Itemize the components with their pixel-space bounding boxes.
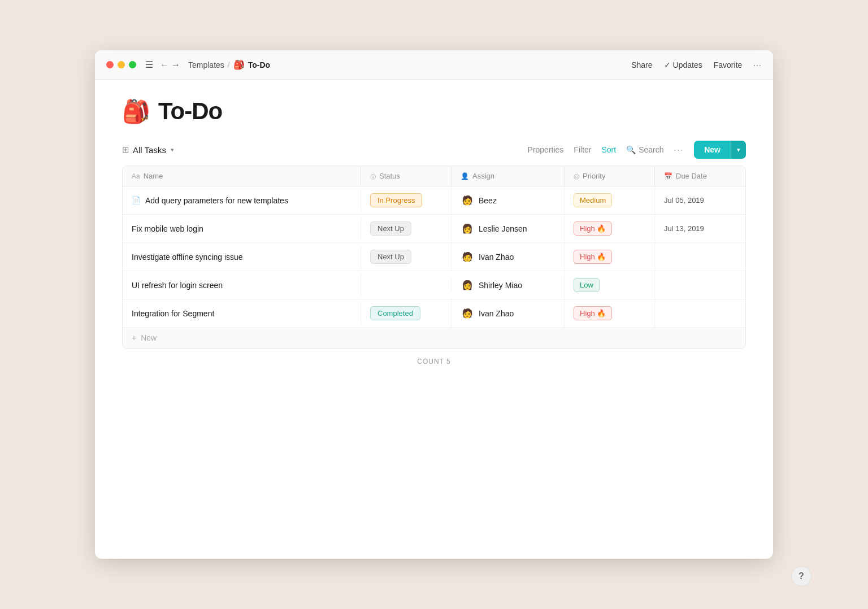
add-new-label: New bbox=[141, 333, 157, 342]
avatar: 🧑 bbox=[461, 307, 474, 320]
avatar: 🧑 bbox=[461, 194, 474, 207]
priority-col-label: Priority bbox=[583, 172, 605, 180]
search-button[interactable]: 🔍 Search bbox=[626, 145, 663, 154]
view-grid-icon: ⊞ bbox=[122, 145, 129, 155]
priority-badge[interactable]: High 🔥 bbox=[574, 221, 612, 236]
col-status: ◎ Status bbox=[361, 166, 452, 186]
chevron-down-icon: ▾ bbox=[171, 146, 174, 154]
menu-icon[interactable]: ☰ bbox=[145, 59, 153, 70]
task-status-cell: In Progress bbox=[361, 186, 452, 214]
table-header: Aa Name ◎ Status 👤 Assign ◎ Priority 📅 bbox=[123, 166, 745, 186]
task-duedate-cell: Jul 13, 2019 bbox=[655, 218, 745, 240]
help-button[interactable]: ? bbox=[791, 566, 811, 586]
assignee-name: Leslie Jensen bbox=[479, 224, 527, 233]
page-emoji: 🎒 bbox=[233, 59, 245, 70]
col-name: Aa Name bbox=[123, 166, 361, 186]
breadcrumb-parent[interactable]: Templates bbox=[188, 60, 224, 69]
assignee-name: Beez bbox=[479, 196, 497, 205]
task-assignee-cell: 🧑 Ivan Zhao bbox=[452, 243, 565, 271]
assignee-name: Ivan Zhao bbox=[479, 309, 514, 318]
task-doc-icon: 📄 bbox=[132, 196, 141, 205]
task-name: Investigate offline syncing issue bbox=[132, 253, 243, 262]
view-selector[interactable]: ⊞ All Tasks ▾ bbox=[122, 145, 174, 155]
task-status-cell bbox=[361, 279, 452, 292]
col-assign: 👤 Assign bbox=[452, 166, 565, 186]
task-name: Fix mobile web login bbox=[132, 224, 203, 233]
back-arrow[interactable]: ← bbox=[160, 60, 169, 70]
table-row[interactable]: UI refresh for login screen 👩 Shirley Mi… bbox=[123, 271, 745, 299]
filter-button[interactable]: Filter bbox=[574, 145, 591, 154]
nav-arrows: ← → bbox=[160, 60, 180, 70]
table-row[interactable]: Fix mobile web login Next Up 👩 Leslie Je… bbox=[123, 215, 745, 243]
col-due-date: 📅 Due Date bbox=[655, 166, 745, 186]
priority-badge[interactable]: High 🔥 bbox=[574, 250, 612, 264]
priority-badge[interactable]: Low bbox=[574, 278, 600, 292]
new-button-group: New ▾ bbox=[694, 141, 746, 159]
check-icon: ✓ bbox=[664, 60, 671, 69]
status-badge[interactable]: Next Up bbox=[370, 221, 411, 236]
task-assignee-cell: 👩 Leslie Jensen bbox=[452, 215, 565, 242]
task-name-cell: 📄 Add query parameters for new templates bbox=[123, 189, 361, 212]
toolbar: ⊞ All Tasks ▾ Properties Filter Sort 🔍 S… bbox=[122, 141, 746, 166]
name-col-label: Name bbox=[144, 172, 163, 180]
properties-button[interactable]: Properties bbox=[528, 145, 564, 154]
maximize-button[interactable] bbox=[129, 61, 136, 68]
minimize-button[interactable] bbox=[118, 61, 125, 68]
assignee-name: Ivan Zhao bbox=[479, 253, 514, 262]
task-duedate-cell: Jul 05, 2019 bbox=[655, 189, 745, 211]
status-badge[interactable]: Next Up bbox=[370, 250, 411, 264]
avatar: 👩 bbox=[461, 279, 474, 292]
task-status-cell: Next Up bbox=[361, 215, 452, 242]
task-priority-cell: High 🔥 bbox=[565, 215, 655, 242]
table-row[interactable]: Integration for Segment Completed 🧑 Ivan… bbox=[123, 299, 745, 328]
new-button[interactable]: New bbox=[694, 141, 731, 159]
count-value: 5 bbox=[446, 358, 451, 366]
task-assignee-cell: 🧑 Beez bbox=[452, 187, 565, 214]
page-header: 🎒 To-Do bbox=[122, 98, 746, 125]
task-priority-cell: High 🔥 bbox=[565, 299, 655, 327]
toolbar-right: Properties Filter Sort 🔍 Search ··· New … bbox=[528, 141, 746, 159]
more-button[interactable]: ··· bbox=[753, 60, 762, 69]
tasks-table: Aa Name ◎ Status 👤 Assign ◎ Priority 📅 bbox=[122, 166, 746, 349]
count-row: COUNT 5 bbox=[122, 349, 746, 375]
close-button[interactable] bbox=[106, 61, 114, 68]
status-col-label: Status bbox=[379, 172, 400, 180]
search-icon: 🔍 bbox=[626, 145, 636, 154]
task-name-cell: Integration for Segment bbox=[123, 302, 361, 325]
traffic-lights bbox=[106, 61, 136, 68]
task-assignee-cell: 🧑 Ivan Zhao bbox=[452, 300, 565, 327]
page-icon: 🎒 bbox=[122, 98, 150, 125]
assign-col-label: Assign bbox=[472, 172, 494, 180]
task-name-cell: Investigate offline syncing issue bbox=[123, 246, 361, 268]
task-name: Add query parameters for new templates bbox=[145, 196, 288, 205]
task-duedate-cell bbox=[655, 250, 745, 264]
more-options-button[interactable]: ··· bbox=[674, 145, 684, 154]
app-window: ☰ ← → Templates / 🎒 To-Do Share ✓ Update… bbox=[95, 50, 773, 559]
updates-button[interactable]: ✓ Updates bbox=[664, 60, 702, 69]
add-new-row[interactable]: + New bbox=[123, 328, 745, 348]
share-button[interactable]: Share bbox=[631, 60, 652, 69]
task-duedate-cell bbox=[655, 279, 745, 292]
search-label: Search bbox=[639, 145, 663, 154]
titlebar-actions: Share ✓ Updates Favorite ··· bbox=[631, 60, 762, 69]
priority-badge[interactable]: High 🔥 bbox=[574, 306, 612, 320]
task-status-cell: Completed bbox=[361, 299, 452, 327]
sort-button[interactable]: Sort bbox=[601, 145, 616, 154]
task-priority-cell: Medium bbox=[565, 186, 655, 214]
favorite-button[interactable]: Favorite bbox=[714, 60, 743, 69]
duedate-col-icon: 📅 bbox=[664, 172, 672, 180]
task-assignee-cell: 👩 Shirley Miao bbox=[452, 272, 565, 299]
table-row[interactable]: Investigate offline syncing issue Next U… bbox=[123, 243, 745, 271]
new-dropdown-arrow[interactable]: ▾ bbox=[731, 141, 746, 159]
table-row[interactable]: 📄 Add query parameters for new templates… bbox=[123, 186, 745, 215]
forward-arrow[interactable]: → bbox=[171, 60, 180, 70]
main-content: 🎒 To-Do ⊞ All Tasks ▾ Properties Filter … bbox=[95, 80, 773, 559]
status-col-icon: ◎ bbox=[370, 172, 376, 180]
breadcrumb: Templates / 🎒 To-Do bbox=[188, 59, 270, 70]
priority-badge[interactable]: Medium bbox=[574, 193, 612, 207]
avatar: 👩 bbox=[461, 222, 474, 236]
status-badge[interactable]: In Progress bbox=[370, 193, 422, 207]
titlebar: ☰ ← → Templates / 🎒 To-Do Share ✓ Update… bbox=[95, 50, 773, 80]
status-badge[interactable]: Completed bbox=[370, 306, 420, 320]
count-label: COUNT bbox=[417, 358, 444, 366]
